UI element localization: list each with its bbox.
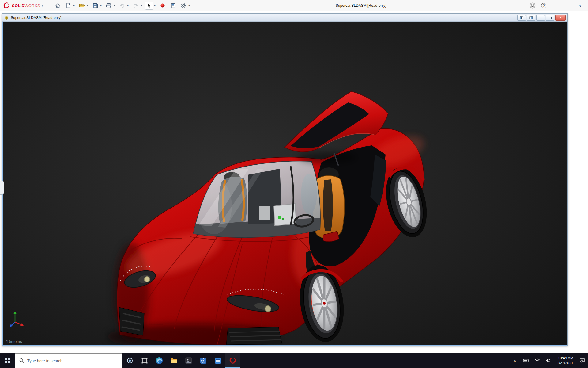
new-document-icon — [66, 3, 71, 8]
app-close-button[interactable]: × — [576, 3, 583, 8]
split-window-icon — [520, 16, 523, 19]
wifi-icon — [534, 358, 540, 363]
select-cursor-icon — [147, 3, 151, 8]
new-document-button[interactable] — [64, 2, 72, 10]
viewport-canvas[interactable] — [3, 22, 567, 345]
rebuild-sphere-icon — [160, 3, 165, 8]
undo-icon — [119, 3, 125, 8]
task-view-icon — [141, 357, 148, 364]
file-explorer-icon — [170, 357, 178, 364]
doc-window-option-button-2[interactable] — [527, 15, 535, 21]
app-maximize-button[interactable] — [564, 3, 571, 8]
app-title: Supercar.SLDASM [Read-only] — [192, 3, 530, 8]
open-button[interactable] — [78, 2, 86, 10]
task-view-button[interactable] — [137, 353, 152, 368]
system-tray: ∧ — [511, 355, 588, 367]
restore-icon — [549, 17, 552, 19]
clock-date: 1/27/2021 — [557, 361, 573, 366]
action-center-icon — [579, 358, 585, 363]
solidworks-year-label: 2021 — [230, 362, 235, 364]
save-icon — [93, 3, 98, 8]
doc-minimize-button[interactable]: – — [536, 15, 545, 21]
sw-composer-button[interactable] — [211, 353, 225, 368]
doc-close-button[interactable]: × — [555, 15, 566, 21]
account-icon[interactable] — [530, 2, 536, 9]
volume-icon — [545, 358, 551, 363]
taskbar-clock[interactable]: 10:49 AM 1/27/2021 — [555, 356, 576, 366]
taskbar-search[interactable]: Type here to search — [15, 353, 123, 368]
app-window-controls: ? – × — [530, 2, 585, 9]
solidworks-taskbar-button[interactable]: 2021 — [225, 353, 240, 368]
edge-icon — [155, 357, 163, 365]
maximize-icon — [566, 4, 569, 7]
save-button[interactable] — [91, 2, 99, 10]
3d-viewport[interactable]: *Dimetric — [2, 22, 567, 346]
edrawings-icon — [200, 357, 207, 364]
home-button[interactable] — [54, 2, 62, 10]
ds-logo-icon — [3, 2, 10, 9]
toolbar-flyout-arrow[interactable]: ▸ — [42, 4, 44, 8]
view-orientation-label: *Dimetric — [6, 339, 22, 344]
solidworks-logo: SOLIDWORKS — [3, 2, 40, 9]
screen: SOLIDWORKS ▸ — [0, 0, 588, 368]
redo-dropdown[interactable]: ▾ — [140, 4, 143, 7]
print-icon — [106, 3, 111, 8]
sw-composer-icon — [214, 357, 222, 364]
file-explorer-button[interactable] — [167, 353, 181, 368]
new-document-dropdown[interactable]: ▾ — [72, 4, 75, 7]
search-placeholder: Type here to search — [27, 358, 62, 363]
doc-window-option-button-1[interactable] — [517, 15, 526, 21]
select-tool-button[interactable] — [145, 2, 153, 10]
redo-button[interactable] — [132, 2, 140, 10]
battery-icon — [523, 359, 529, 362]
task-pane-collapsed-tab[interactable]: ‹ — [0, 181, 4, 195]
photos-app-icon — [185, 357, 192, 364]
start-button[interactable] — [0, 353, 15, 368]
mdi-area: Supercar.SLDASM [Read-only] — [0, 11, 588, 353]
app-titlebar: SOLIDWORKS ▸ — [0, 0, 588, 11]
cortana-button[interactable] — [123, 353, 137, 368]
open-dropdown[interactable]: ▾ — [86, 4, 89, 7]
select-tool-dropdown[interactable]: ▾ — [153, 4, 156, 7]
gear-icon — [181, 3, 186, 8]
print-dropdown[interactable]: ▾ — [113, 4, 116, 7]
tray-expand-button[interactable]: ∧ — [511, 355, 520, 367]
undo-dropdown[interactable]: ▾ — [126, 4, 129, 7]
open-folder-icon — [79, 3, 85, 8]
brand-text: SOLIDWORKS — [12, 3, 40, 8]
battery-button[interactable] — [522, 355, 531, 367]
document-title: Supercar.SLDASM [Read-only] — [11, 16, 515, 20]
volume-button[interactable] — [544, 355, 553, 367]
cortana-icon — [126, 357, 133, 364]
app-minimize-button[interactable]: – — [552, 3, 559, 8]
action-center-button[interactable] — [578, 355, 587, 367]
options-button[interactable] — [179, 2, 187, 10]
doc-restore-button[interactable] — [546, 15, 554, 21]
search-icon — [19, 358, 24, 363]
document-window: Supercar.SLDASM [Read-only] — [2, 13, 568, 346]
tile-window-icon — [529, 16, 533, 19]
save-dropdown[interactable]: ▾ — [99, 4, 102, 7]
photos-app-button[interactable] — [181, 353, 196, 368]
edge-button[interactable] — [152, 353, 167, 368]
network-button[interactable] — [533, 355, 542, 367]
clock-time: 10:49 AM — [557, 356, 573, 361]
edrawings-button[interactable] — [196, 353, 211, 368]
print-button[interactable] — [105, 2, 113, 10]
assembly-doc-icon — [4, 15, 9, 20]
options-dropdown[interactable]: ▾ — [187, 4, 190, 7]
file-properties-icon — [171, 3, 175, 8]
windows-logo-icon — [5, 358, 10, 363]
file-properties-button[interactable] — [169, 2, 177, 10]
quick-access-toolbar: ▾ ▾ ▾ — [54, 2, 192, 10]
undo-button[interactable] — [118, 2, 126, 10]
help-icon[interactable]: ? — [541, 3, 546, 8]
document-window-controls: – × — [517, 15, 566, 21]
taskbar: Type here to search — [0, 353, 588, 368]
document-titlebar[interactable]: Supercar.SLDASM [Read-only] — [2, 14, 567, 22]
redo-icon — [133, 3, 138, 8]
rebuild-button[interactable] — [159, 2, 167, 10]
home-icon — [55, 3, 61, 8]
